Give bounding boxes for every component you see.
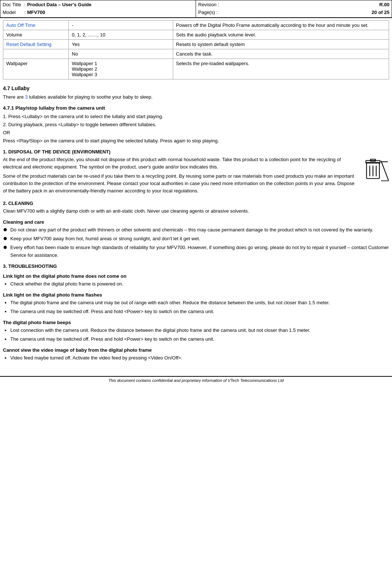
doc-title-colon: : <box>24 1 26 9</box>
cleaning-care-heading: Cleaning and care <box>3 219 389 225</box>
pages-value: 20 of 25 <box>219 9 389 17</box>
section-47-intro-text: There are <box>3 94 25 100</box>
table-cell-description: Resets to system default system <box>173 39 389 49</box>
pages-colon: : <box>217 9 218 17</box>
section-47-intro: There are 3 lullabies available for play… <box>3 93 389 101</box>
section-47-heading: 4.7 Lullaby <box>3 85 389 91</box>
list-item: The digital photo frame and the camera u… <box>10 299 389 306</box>
list-item: 2. During playback, press <Lullaby> to t… <box>3 121 389 128</box>
disposal-content: At the end of the product lifecycle, you… <box>3 156 389 196</box>
table-row: Auto Off Time - Powers off the Digital P… <box>3 20 389 30</box>
cleaning-bullet-2: Keep your MFV700 away from hot, humid ar… <box>10 235 200 242</box>
settings-table: Auto Off Time - Powers off the Digital P… <box>3 20 389 79</box>
model-colon: : <box>24 9 26 17</box>
table-cell-values: Wallpaper 1Wallpaper 2Wallpaper 3 <box>69 58 173 79</box>
cleaning-bullets: ● Do not clean any part of the product w… <box>3 226 389 259</box>
doc-title-label: Doc Title <box>3 1 23 9</box>
doc-title-value: Product Data – User's Guide <box>27 1 92 9</box>
table-cell-values: No <box>69 49 173 58</box>
list-item: Check whether the digital photo frame is… <box>10 280 389 288</box>
cleaning-bullet-1: Do not clean any part of the product wit… <box>10 226 373 234</box>
list-item: Lost connection with the camera unit. Re… <box>10 327 389 334</box>
auto-off-time-label: Auto Off Time <box>6 22 35 28</box>
list-item: 1. Press <Lullaby> on the camera unit to… <box>3 113 389 120</box>
list-item: ● Every effort has been made to ensure h… <box>3 244 389 259</box>
table-cell-name <box>3 49 69 58</box>
troubleshooting-heading: 3. TROUBLESHOOTING <box>3 263 389 269</box>
doc-footer: This document contains confidential and … <box>0 376 392 384</box>
disposal-text: At the end of the product lifecycle, you… <box>3 156 360 196</box>
play-stop-steps: 1. Press <Lullaby> on the camera unit to… <box>3 113 389 145</box>
table-row: Reset Default Setting Yes Resets to syst… <box>3 39 389 49</box>
table-cell-values: Yes <box>69 39 173 49</box>
section-47-intro2: lullabies available for playing to sooth… <box>28 94 153 100</box>
table-cell-description: Sets the audio playback volume level. <box>173 30 389 39</box>
cleaning-para: Clean MFV700 with a slightly damp cloth … <box>3 208 389 215</box>
cleaning-heading: 2. CLEANING <box>3 201 389 206</box>
table-cell-name: Auto Off Time <box>3 20 69 30</box>
ts-sub1-bullets: Check whether the digital photo frame is… <box>10 280 389 288</box>
doc-header-left: Doc Title : Product Data – User's Guide … <box>0 0 196 17</box>
svg-line-6 <box>381 161 388 180</box>
list-item: The camera unit may be switched off. Pre… <box>10 308 389 315</box>
list-item: The camera unit may be switched off. Pre… <box>10 336 389 343</box>
bullet-icon: ● <box>3 226 7 233</box>
list-item: Video feed maybe turned off. Activate th… <box>10 354 389 362</box>
footer-text: This document contains confidential and … <box>108 378 284 383</box>
table-row: Volume 0, 1, 2, ……, 10 Sets the audio pl… <box>3 30 389 39</box>
recycling-icon <box>363 156 389 182</box>
list-item: ● Keep your MFV700 away from hot, humid … <box>3 235 389 242</box>
list-item: OR <box>3 129 389 136</box>
reset-default-label: Reset Default Setting <box>6 42 51 47</box>
doc-header: Doc Title : Product Data – User's Guide … <box>0 0 392 18</box>
table-cell-description: Selects the pre-loaded wallpapers. <box>173 58 389 79</box>
ts-sub2-bullets: The digital photo frame and the camera u… <box>10 299 389 315</box>
revision-value: R.00 <box>221 1 389 9</box>
model-value: MFV700 <box>27 9 45 17</box>
ts-sub3-heading: The digital photo frame beeps <box>3 320 389 325</box>
table-cell-values: 0, 1, 2, ……, 10 <box>69 30 173 39</box>
ts-sub4-bullets: Video feed maybe turned off. Activate th… <box>10 354 389 362</box>
cleaning-bullet-3: Every effort has been made to ensure hig… <box>10 244 389 259</box>
disposal-heading: 1. DISPOSAL OF THE DEVICE (ENVIRONMENT) <box>3 149 389 155</box>
revision-label: Revision <box>198 1 217 9</box>
ts-sub3-bullets: Lost connection with the camera unit. Re… <box>10 327 389 343</box>
pages-label: Page(s) <box>198 9 215 17</box>
bullet-icon: ● <box>3 234 7 242</box>
disposal-para1: At the end of the product lifecycle, you… <box>3 156 360 171</box>
ts-sub2-heading: Link light on the digital photo frame fl… <box>3 292 389 298</box>
table-cell-name: Volume <box>3 30 69 39</box>
bullet-icon: ● <box>3 243 7 251</box>
table-row: Wallpaper Wallpaper 1Wallpaper 2Wallpape… <box>3 58 389 79</box>
revision-colon: : <box>218 1 220 9</box>
disposal-para2: Some of the product materials can be re-… <box>3 173 360 195</box>
section-471-heading: 4.7.1 Play/stop lullaby from the camera … <box>3 105 389 111</box>
table-cell-name: Reset Default Setting <box>3 39 69 49</box>
table-cell-description: Cancels the task. <box>173 49 389 58</box>
model-label: Model <box>3 9 23 17</box>
list-item: Press <Play/Stop> on the camera unit to … <box>3 137 389 145</box>
ts-sub4-heading: Cannot view the video image of baby from… <box>3 347 389 353</box>
main-content: Auto Off Time - Powers off the Digital P… <box>0 18 392 369</box>
table-row: No Cancels the task. <box>3 49 389 58</box>
table-cell-values: - <box>69 20 173 30</box>
doc-header-right: Revision : R.00 Page(s) : 20 of 25 <box>196 0 392 17</box>
table-cell-name: Wallpaper <box>3 58 69 79</box>
table-cell-description: Powers off the Digital Photo Frame autom… <box>173 20 389 30</box>
ts-sub1-heading: Link light on the digital photo frame do… <box>3 273 389 279</box>
list-item: ● Do not clean any part of the product w… <box>3 226 389 234</box>
